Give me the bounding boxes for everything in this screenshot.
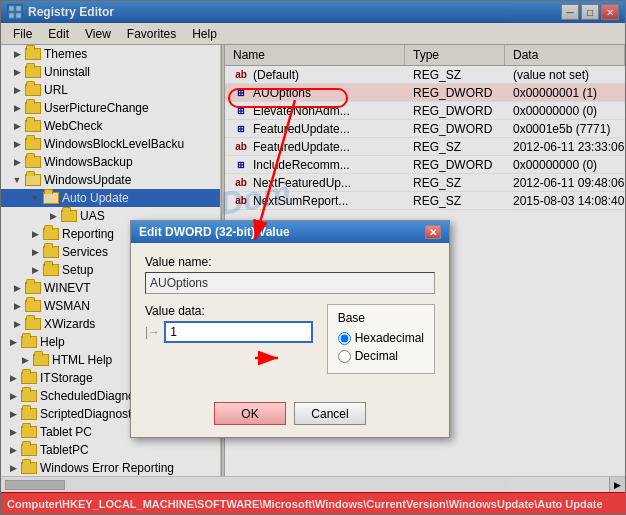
ok-button[interactable]: OK [214,402,286,425]
dialog-close-button[interactable]: ✕ [425,225,441,239]
dialog-buttons: OK Cancel [131,398,449,437]
value-name-label: Value name: [145,255,435,269]
hexadecimal-radio-row[interactable]: Hexadecimal [338,331,424,345]
decimal-radio-row[interactable]: Decimal [338,349,424,363]
value-data-label: Value data: [145,304,313,318]
value-data-input[interactable] [164,321,313,343]
dialog-title-bar: Edit DWORD (32-bit) Value ✕ [131,221,449,243]
dialog-title-text: Edit DWORD (32-bit) Value [139,225,290,239]
cursor-indicator: |→ [145,325,160,339]
dialog-body: Value name: Value data: |→ Base Hexadeci… [131,243,449,398]
value-data-section: Value data: |→ [145,304,313,374]
decimal-radio[interactable] [338,350,351,363]
cancel-button[interactable]: Cancel [294,402,366,425]
decimal-label: Decimal [355,349,398,363]
dialog-overlay: Edit DWORD (32-bit) Value ✕ Value name: … [0,0,626,515]
value-data-row: Value data: |→ Base Hexadecimal Decimal [145,304,435,374]
hexadecimal-radio[interactable] [338,332,351,345]
value-name-field: Value name: [145,255,435,294]
base-label: Base [338,311,424,325]
hexadecimal-label: Hexadecimal [355,331,424,345]
value-name-input[interactable] [145,272,435,294]
edit-dword-dialog: Edit DWORD (32-bit) Value ✕ Value name: … [130,220,450,438]
base-group: Base Hexadecimal Decimal [327,304,435,374]
